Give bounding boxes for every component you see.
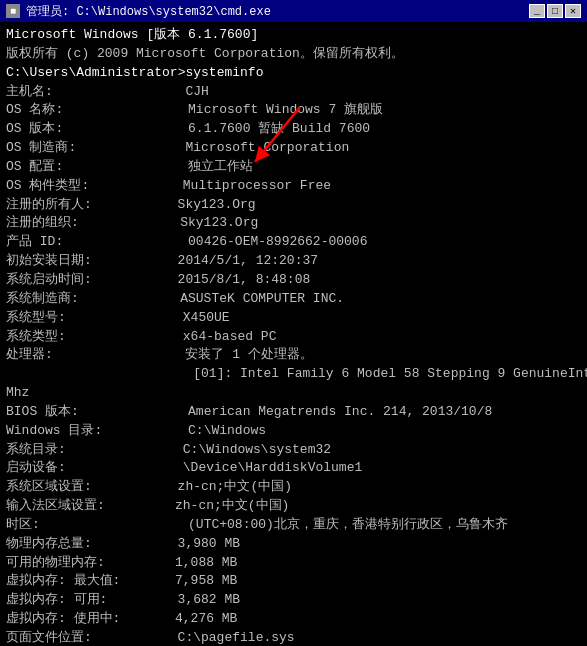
console-line: 主机名: CJH [6, 83, 581, 102]
console-line: 产品 ID: 00426-OEM-8992662-00006 [6, 233, 581, 252]
minimize-button[interactable]: _ [529, 4, 545, 18]
console-line: 处理器: 安装了 1 个处理器。 [6, 346, 581, 365]
maximize-button[interactable]: □ [547, 4, 563, 18]
console-line: 页面文件位置: C:\pagefile.sys [6, 629, 581, 646]
cmd-icon: ■ [6, 4, 20, 18]
console-line: [01]: Intel Family 6 Model 58 Stepping 9… [6, 365, 581, 384]
title-bar: ■ 管理员: C:\Windows\system32\cmd.exe _ □ ✕ [0, 0, 587, 22]
console-line: 可用的物理内存: 1,088 MB [6, 554, 581, 573]
close-button[interactable]: ✕ [565, 4, 581, 18]
console-line: OS 构件类型: Multiprocessor Free [6, 177, 581, 196]
console-line: Windows 目录: C:\Windows [6, 422, 581, 441]
title-bar-left: ■ 管理员: C:\Windows\system32\cmd.exe [6, 3, 271, 20]
console-line: OS 制造商: Microsoft Corporation [6, 139, 581, 158]
console-line: 版权所有 (c) 2009 Microsoft Corporation。保留所有… [6, 45, 581, 64]
window-title: 管理员: C:\Windows\system32\cmd.exe [26, 3, 271, 20]
console-line: OS 名称: Microsoft Windows 7 旗舰版 [6, 101, 581, 120]
console-line: 系统目录: C:\Windows\system32 [6, 441, 581, 460]
console-line: 注册的组织: Sky123.Org [6, 214, 581, 233]
console-line: 时区: (UTC+08:00)北京，重庆，香港特别行政区，乌鲁木齐 [6, 516, 581, 535]
console-line: 虚拟内存: 最大值: 7,958 MB [6, 572, 581, 591]
console-line: BIOS 版本: American Megatrends Inc. 214, 2… [6, 403, 581, 422]
console-line: 输入法区域设置: zh-cn;中文(中国) [6, 497, 581, 516]
console-line: 虚拟内存: 可用: 3,682 MB [6, 591, 581, 610]
console-line: Microsoft Windows [版本 6.1.7600] [6, 26, 581, 45]
console-line: 系统型号: X450UE [6, 309, 581, 328]
console-line: 初始安装日期: 2014/5/1, 12:20:37 [6, 252, 581, 271]
console-output: Microsoft Windows [版本 6.1.7600]版权所有 (c) … [6, 26, 581, 646]
console-line: 注册的所有人: Sky123.Org [6, 196, 581, 215]
console-line: OS 版本: 6.1.7600 暂缺 Build 7600 [6, 120, 581, 139]
console-line: 系统启动时间: 2015/8/1, 8:48:08 [6, 271, 581, 290]
console-line: C:\Users\Administrator>systeminfo [6, 64, 581, 83]
console-body: Microsoft Windows [版本 6.1.7600]版权所有 (c) … [0, 22, 587, 646]
window-controls[interactable]: _ □ ✕ [529, 4, 581, 18]
console-line: 系统类型: x64-based PC [6, 328, 581, 347]
console-line: 启动设备: \Device\HarddiskVolume1 [6, 459, 581, 478]
console-line: 系统区域设置: zh-cn;中文(中国) [6, 478, 581, 497]
console-line: OS 配置: 独立工作站 [6, 158, 581, 177]
console-line: 系统制造商: ASUSTeK COMPUTER INC. [6, 290, 581, 309]
console-line: 虚拟内存: 使用中: 4,276 MB [6, 610, 581, 629]
console-line: 物理内存总量: 3,980 MB [6, 535, 581, 554]
console-line: Mhz [6, 384, 581, 403]
window: ■ 管理员: C:\Windows\system32\cmd.exe _ □ ✕… [0, 0, 587, 646]
